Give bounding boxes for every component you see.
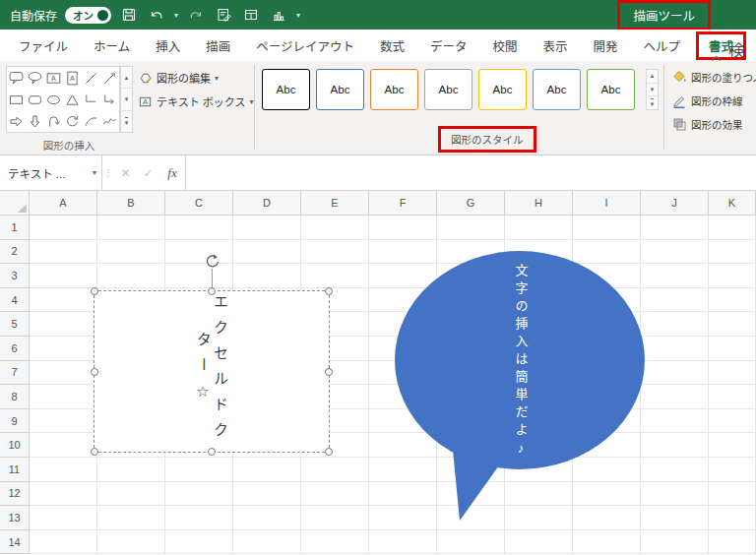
rotate-handle[interactable] <box>204 252 220 268</box>
handle-bottom-center[interactable] <box>208 448 216 456</box>
textbox-text-wrap: エクセルドクター☆ <box>94 293 329 449</box>
handle-middle-left[interactable] <box>91 368 98 376</box>
drawing-layer: 文字の挿入は簡単だよ♪ エクセルドクター☆ <box>0 0 756 555</box>
textbox-text: エクセルドクター☆ <box>195 293 228 449</box>
handle-top-right[interactable] <box>325 287 333 295</box>
handle-middle-right[interactable] <box>325 368 333 376</box>
handle-bottom-right[interactable] <box>325 448 333 456</box>
rotate-icon <box>204 252 220 268</box>
textbox-shape[interactable]: エクセルドクター☆ <box>94 290 330 453</box>
handle-top-left[interactable] <box>91 287 98 295</box>
speech-bubble-text-wrap: 文字の挿入は簡単だよ♪ <box>506 263 536 462</box>
handle-top-center[interactable] <box>208 287 216 295</box>
handle-bottom-left[interactable] <box>91 448 98 456</box>
speech-bubble-text: 文字の挿入は簡単だよ♪ <box>514 263 529 462</box>
